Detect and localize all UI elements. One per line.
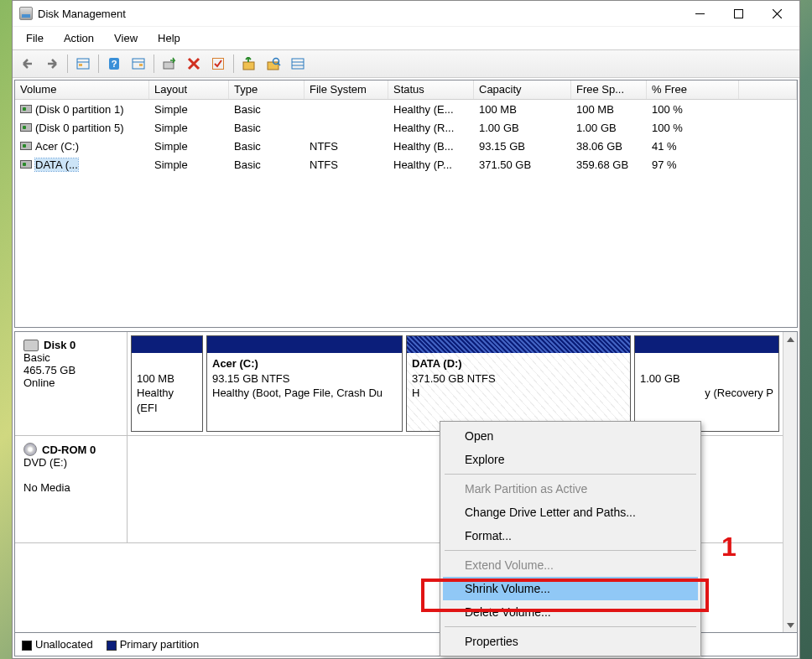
check-button[interactable] <box>206 52 230 75</box>
partition-c[interactable]: Acer (C:) 93.15 GB NTFS Healthy (Boot, P… <box>206 335 403 432</box>
volume-icon <box>20 160 32 169</box>
ctx-properties[interactable]: Properties <box>443 630 698 653</box>
refresh-button[interactable] <box>158 52 181 75</box>
ctx-change-letter[interactable]: Change Drive Letter and Paths... <box>443 501 698 524</box>
ctx-format[interactable]: Format... <box>443 524 698 547</box>
volume-icon <box>20 142 32 150</box>
context-menu: Open Explore Mark Partition as Active Ch… <box>440 421 701 656</box>
col-type[interactable]: Type <box>229 80 304 99</box>
disk-label[interactable]: Disk 0 Basic 465.75 GB Online <box>15 332 128 435</box>
disk-label[interactable]: CD-ROM 0 DVD (E:) No Media <box>15 436 128 542</box>
svg-rect-18 <box>292 59 304 69</box>
partition-bar <box>207 336 402 353</box>
app-icon <box>19 7 33 20</box>
scroll-up-icon[interactable] <box>785 334 796 345</box>
col-status[interactable]: Status <box>388 80 474 99</box>
table-row[interactable]: (Disk 0 partition 1) Simple Basic Health… <box>15 100 797 118</box>
volume-list-header: Volume Layout Type File System Status Ca… <box>15 80 797 100</box>
menu-file[interactable]: File <box>16 29 54 47</box>
titlebar: Disk Management <box>13 1 799 26</box>
volume-icon <box>20 123 32 132</box>
forward-button[interactable] <box>40 52 64 75</box>
settings-button[interactable] <box>127 52 150 75</box>
col-capacity[interactable]: Capacity <box>474 80 571 99</box>
ctx-mark-active: Mark Partition as Active <box>443 477 698 501</box>
table-row[interactable]: (Disk 0 partition 5) Simple Basic Health… <box>15 118 797 137</box>
table-row[interactable]: DATA (... Simple Basic NTFS Healthy (P..… <box>15 155 797 174</box>
svg-text:?: ? <box>112 59 117 69</box>
svg-rect-6 <box>79 64 82 66</box>
volume-icon <box>20 105 32 113</box>
ctx-delete-volume[interactable]: Delete Volume... <box>443 600 698 624</box>
partition-d[interactable]: DATA (D:) 371.50 GB NTFS H <box>406 335 631 432</box>
scroll-down-icon[interactable] <box>785 620 796 630</box>
menu-action[interactable]: Action <box>54 29 104 47</box>
partition-bar <box>132 336 202 353</box>
ctx-shrink-volume[interactable]: Shrink Volume... <box>443 577 698 600</box>
menu-view[interactable]: View <box>104 29 148 47</box>
svg-rect-11 <box>139 64 143 66</box>
table-row[interactable]: Acer (C:) Simple Basic NTFS Healthy (B..… <box>15 137 797 155</box>
show-hide-tree-button[interactable] <box>71 52 95 75</box>
cdrom-icon <box>23 443 37 456</box>
partition-efi[interactable]: 100 MB Healthy (EFI <box>131 335 203 432</box>
menubar: File Action View Help <box>13 26 799 49</box>
partition-bar <box>635 336 778 353</box>
col-extra[interactable] <box>739 80 797 99</box>
col-free-space[interactable]: Free Sp... <box>571 80 647 99</box>
search-button[interactable] <box>262 52 285 75</box>
ctx-separator <box>445 626 696 627</box>
delete-button[interactable] <box>182 52 206 75</box>
ctx-open[interactable]: Open <box>443 424 698 448</box>
ctx-separator <box>445 550 696 551</box>
minimize-button[interactable] <box>680 1 719 26</box>
unallocated-swatch <box>22 641 32 651</box>
toolbar: ? <box>13 49 799 78</box>
svg-rect-14 <box>243 62 254 70</box>
close-button[interactable] <box>757 1 796 26</box>
svg-rect-1 <box>734 9 742 18</box>
menu-help[interactable]: Help <box>148 29 190 47</box>
volume-list-body: (Disk 0 partition 1) Simple Basic Health… <box>15 100 797 327</box>
window-title: Disk Management <box>38 8 126 20</box>
svg-rect-12 <box>164 62 174 69</box>
primary-swatch <box>107 641 117 651</box>
col-percent-free[interactable]: % Free <box>647 80 739 99</box>
list-view-button[interactable] <box>286 52 310 75</box>
ctx-separator <box>445 474 696 475</box>
maximize-button[interactable] <box>719 1 757 26</box>
partition-recovery[interactable]: 1.00 GB y (Recovery P <box>634 335 779 432</box>
folder-up-button[interactable] <box>237 52 261 75</box>
help-button[interactable]: ? <box>102 52 126 75</box>
col-file-system[interactable]: File System <box>304 80 388 99</box>
partition-bar <box>407 336 630 353</box>
ctx-explore[interactable]: Explore <box>443 448 698 471</box>
col-layout[interactable]: Layout <box>149 80 229 99</box>
disk-icon <box>23 340 39 351</box>
vertical-scrollbar[interactable] <box>783 332 797 632</box>
col-volume[interactable]: Volume <box>15 80 149 99</box>
back-button[interactable] <box>16 52 39 75</box>
ctx-extend-volume: Extend Volume... <box>443 553 698 577</box>
volume-list: Volume Layout Type File System Status Ca… <box>14 80 798 328</box>
